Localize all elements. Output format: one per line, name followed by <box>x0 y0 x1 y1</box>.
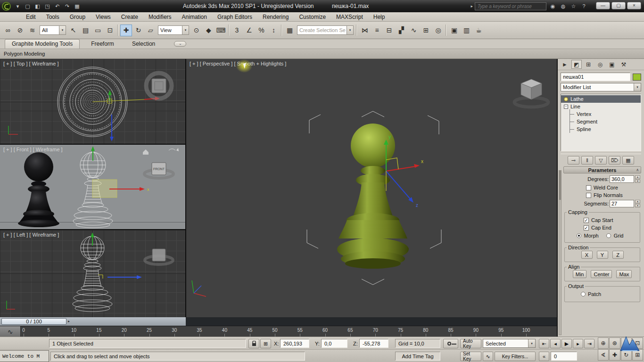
next-frame-button[interactable]: ▸ <box>573 339 583 348</box>
time-slider-thumb[interactable]: 0 / 100 <box>1 318 66 325</box>
expand-icon[interactable]: − <box>564 105 568 109</box>
rendered-frame-button[interactable]: ▥ <box>461 25 472 36</box>
default-tangents-button[interactable]: ∿ <box>483 352 493 361</box>
named-selection-dropdown[interactable]: Create Selection Se▾ <box>297 25 354 35</box>
notification-logo-icon[interactable] <box>619 335 640 354</box>
current-frame-field[interactable]: 0 <box>551 352 577 361</box>
minimize-button[interactable]: — <box>596 2 610 9</box>
material-editor-button[interactable]: ◎ <box>432 25 444 36</box>
cap-start-checkbox[interactable] <box>584 218 589 223</box>
ribbon-tab-graphite-modeling-tools[interactable]: Graphite Modeling Tools <box>5 39 80 49</box>
direction-z-button[interactable]: Z <box>612 251 624 259</box>
auto-key-button[interactable]: Auto Key <box>460 339 481 348</box>
top-viewport[interactable]: [ + ] [ Top ] [ Wireframe ] <box>0 59 185 144</box>
set-key-button[interactable]: Set Key <box>460 352 481 361</box>
menu-help[interactable]: Help <box>368 12 390 21</box>
stack-item-segment[interactable]: Segment <box>561 118 641 125</box>
ribbon-tab-freeform[interactable]: Freeform <box>84 40 121 49</box>
time-slider-step-button[interactable]: ▸ <box>68 319 70 323</box>
utilities-tab[interactable]: ⚒ <box>619 60 629 69</box>
remove-modifier-button[interactable]: ⌦ <box>609 156 620 165</box>
degrees-spinner[interactable] <box>635 175 640 183</box>
curve-editor-button[interactable]: ∿ <box>408 25 420 36</box>
key-filters-button[interactable]: Key Filters... <box>495 352 536 361</box>
select-and-scale-button[interactable]: ▱ <box>145 25 157 36</box>
zoom-button[interactable]: ⊕ <box>598 337 609 349</box>
field-of-view-button[interactable]: ∢ <box>598 349 609 361</box>
select-and-link-button[interactable]: ∞ <box>2 25 14 36</box>
menu-modifiers[interactable]: Modifiers <box>143 12 177 21</box>
ribbon-minimize-toggle[interactable]: ⌄ <box>174 41 186 47</box>
front-viewport-label[interactable]: [ + ] [ Front ] [ Wireframe ] <box>3 147 63 152</box>
hierarchy-tab[interactable]: ⊞ <box>583 60 594 69</box>
front-viewport[interactable]: [ + ] [ Front ] [ Wireframe ] <box>0 145 185 229</box>
show-end-result-button[interactable]: ‖ <box>581 156 593 165</box>
communication-center-icon[interactable]: ◍ <box>559 2 568 10</box>
app-logo-icon[interactable] <box>2 2 11 11</box>
z-coordinate-field[interactable]: -55,278 <box>359 339 388 348</box>
stack-item-spline[interactable]: Spline <box>561 125 641 133</box>
infocenter-expand-icon[interactable]: ▸ <box>471 4 473 8</box>
panel-scrollbar[interactable] <box>559 170 561 335</box>
flip-normals-checkbox[interactable] <box>586 193 591 198</box>
go-to-end-button[interactable]: ⇥ <box>584 339 594 348</box>
menu-rendering[interactable]: Rendering <box>257 12 294 21</box>
make-unique-button[interactable]: ▽ <box>595 156 607 165</box>
open-file-icon[interactable]: ◧ <box>33 2 42 10</box>
direction-x-button[interactable]: X <box>581 251 593 259</box>
search-icon[interactable]: ◉ <box>548 2 557 10</box>
render-setup-button[interactable]: ▣ <box>448 25 460 36</box>
top-viewport-label[interactable]: [ + ] [ Top ] [ Wireframe ] <box>3 61 58 66</box>
degrees-input[interactable]: 360,0 <box>610 175 634 183</box>
mirror-button[interactable]: ⋈ <box>359 25 371 36</box>
front-viewport-canvas[interactable]: x FRONT <box>0 145 185 229</box>
configure-modifier-sets-button[interactable]: ▦ <box>622 156 634 165</box>
set-keys-button[interactable] <box>443 339 458 348</box>
segments-spinner[interactable] <box>635 200 640 207</box>
bind-to-space-warp-button[interactable]: ≋ <box>26 25 38 36</box>
pin-stack-button[interactable]: ⊸ <box>568 156 579 165</box>
segments-input[interactable]: 27 <box>610 200 634 207</box>
absolute-offset-toggle-button[interactable]: ⊞ <box>260 339 271 348</box>
selection-filter-dropdown[interactable]: All▾ <box>40 25 66 35</box>
patch-radio[interactable] <box>581 292 586 296</box>
select-and-manipulate-button[interactable]: ◆ <box>203 25 215 36</box>
unlink-selection-button[interactable]: ⊘ <box>14 25 26 36</box>
left-viewport-label[interactable]: [ + ] [ Left ] [ Wireframe ] <box>3 232 59 238</box>
motion-tab[interactable]: ◎ <box>595 60 605 69</box>
workspace-icon[interactable]: ▦ <box>73 2 82 10</box>
object-name-field[interactable]: пешка01 <box>561 73 630 81</box>
menu-edit[interactable]: Edit <box>21 12 41 21</box>
modify-tab[interactable]: ◩ <box>571 60 582 69</box>
edit-named-selections-button[interactable]: ▦ <box>284 25 296 36</box>
top-viewport-canvas[interactable] <box>0 59 185 144</box>
close-button[interactable]: × <box>627 2 641 9</box>
welcome-window-fragment[interactable]: Welcome to M <box>0 350 49 362</box>
select-and-move-button[interactable]: ✚ <box>120 25 132 36</box>
previous-frame-button[interactable]: ◂ <box>550 339 561 348</box>
layer-manager-button[interactable]: ⊟ <box>383 25 395 36</box>
menu-maxscript[interactable]: MAXScript <box>331 12 368 21</box>
save-file-icon[interactable]: ◳ <box>43 2 52 10</box>
keyboard-override-button[interactable]: ⌨ <box>215 25 227 36</box>
stack-item-line[interactable]: −Line <box>561 103 641 110</box>
polygon-modeling-panel-label[interactable]: Polygon Modeling <box>4 51 45 57</box>
align-max-button[interactable]: Max <box>616 270 632 278</box>
menu-animation[interactable]: Animation <box>177 12 212 21</box>
object-color-swatch[interactable] <box>633 74 641 81</box>
display-tab[interactable]: ▣ <box>607 60 617 69</box>
search-input[interactable] <box>478 4 544 9</box>
track-bar[interactable]: ∿ 05101520253035404550556065707580859095… <box>0 326 557 337</box>
key-mode-toggle-button[interactable]: « <box>539 352 549 361</box>
new-scene-icon[interactable]: ▢ <box>23 2 32 10</box>
grid-radio[interactable] <box>606 233 611 238</box>
create-tab[interactable]: ► <box>560 60 570 69</box>
track-bar-ruler[interactable]: 0510152025303540455055606570758085909510… <box>21 326 557 337</box>
zoom-all-button[interactable]: ⊛ <box>609 337 620 349</box>
x-coordinate-field[interactable]: 260,193 <box>280 339 309 348</box>
ribbon-toggle-button[interactable]: ▞ <box>396 25 407 36</box>
stack-item-lathe[interactable]: Lathe <box>561 95 641 103</box>
selection-lock-button[interactable] <box>248 339 259 348</box>
select-object-button[interactable]: ↖ <box>67 25 79 36</box>
ribbon-tab-selection[interactable]: Selection <box>125 40 162 49</box>
